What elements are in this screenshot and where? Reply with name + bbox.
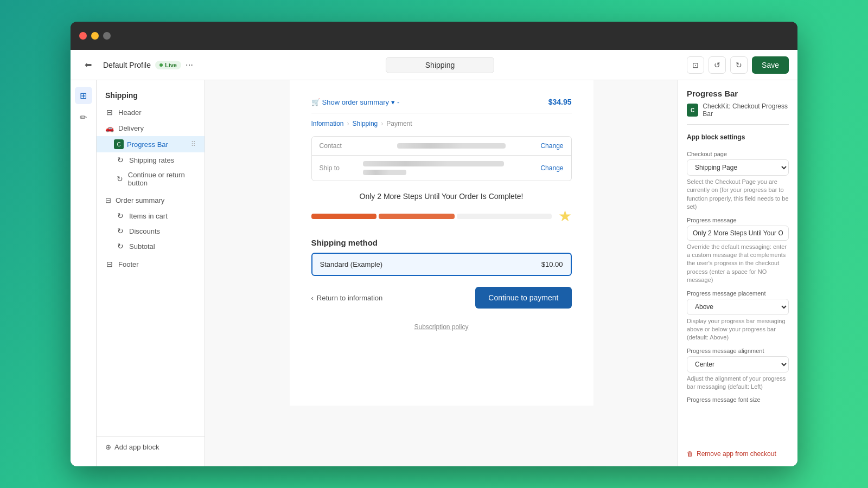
checkout-actions: ‹ Return to information Continue to paym… xyxy=(311,287,572,309)
return-link-text: Return to information xyxy=(317,294,382,302)
order-total: $34.95 xyxy=(548,98,572,106)
right-panel: Progress Bar C CheckKit: Checkout Progre… xyxy=(678,80,797,466)
ship-to-label: Ship to xyxy=(320,164,363,172)
live-dot-icon xyxy=(159,63,163,67)
nav-sub-item-progress-bar[interactable]: C Progress Bar ⠿ xyxy=(97,136,205,152)
message-alignment-select[interactable]: Center Left Right xyxy=(687,356,789,373)
subscription-policy-link[interactable]: Subscription policy xyxy=(414,323,468,331)
message-alignment-description: Adjust the alignment of your progress ba… xyxy=(687,375,789,391)
cart-icon: 🛒 xyxy=(311,98,320,106)
star-icon: ★ xyxy=(558,207,572,225)
progress-message-input[interactable] xyxy=(687,226,789,241)
remove-app-button[interactable]: 🗑 Remove app from checkout xyxy=(687,444,789,458)
footer-icon: ⊟ xyxy=(105,260,114,268)
order-summary-group-header[interactable]: ⊟ Order summary xyxy=(97,192,205,208)
return-to-information-link[interactable]: ‹ Return to information xyxy=(311,294,383,302)
progress-message-label: Progress message xyxy=(687,217,789,223)
redo-icon: ↻ xyxy=(736,61,742,69)
topbar-actions: ⊡ ↺ ↻ Save xyxy=(687,56,789,74)
contact-value-blurred xyxy=(397,143,506,149)
breadcrumb-sep-1: › xyxy=(347,120,349,127)
back-icon: ⬅ xyxy=(85,60,92,70)
nav-sub-label-items-cart: Items in cart xyxy=(129,212,168,220)
shipping-method-title: Shipping method xyxy=(311,238,572,247)
continue-to-payment-button[interactable]: Continue to payment xyxy=(475,287,571,309)
contact-label: Contact xyxy=(320,142,363,150)
progress-message: Only 2 More Steps Until Your Order Is Co… xyxy=(311,192,572,201)
sidebar-icon-layout[interactable]: ⊞ xyxy=(75,87,92,104)
show-order-summary-link[interactable]: 🛒 Show order summary ▾ - xyxy=(311,98,400,106)
nav-item-footer[interactable]: ⊟ Footer xyxy=(97,256,205,272)
topbar-center: Shipping xyxy=(200,57,680,73)
breadcrumb-information[interactable]: Information xyxy=(311,120,344,127)
breadcrumb-payment: Payment xyxy=(386,120,412,127)
discounts-icon: ↻ xyxy=(116,227,125,235)
add-app-section: ⊕ Add app block xyxy=(97,436,205,458)
nav-sub-item-continue-return[interactable]: ↻ Continue or return button xyxy=(97,168,205,190)
shipping-option-price: $10.00 xyxy=(541,260,563,268)
nav-sub-item-shipping-rates[interactable]: ↻ Shipping rates xyxy=(97,152,205,168)
ship-to-value-blurred-2 xyxy=(363,170,406,175)
page-title: Shipping xyxy=(386,57,494,73)
add-app-label: Add app block xyxy=(114,443,159,451)
progress-bar-app-icon: C xyxy=(114,139,124,149)
shipping-option-name: Standard (Example) xyxy=(320,260,383,268)
nav-sub-label-discounts: Discounts xyxy=(129,227,160,235)
items-cart-icon: ↻ xyxy=(116,211,125,220)
message-placement-description: Display your progress bar messaging abov… xyxy=(687,317,789,342)
checkout-preview: 🛒 Show order summary ▾ - $34.95 Informat… xyxy=(290,80,593,406)
more-options-icon[interactable]: ⋯ xyxy=(186,61,193,69)
progress-segment-empty xyxy=(457,214,552,219)
contact-row: Contact Change xyxy=(312,137,571,156)
profile-name: Default Profile xyxy=(103,61,151,69)
checkout-page-description: Select the Checkout Page you are current… xyxy=(687,178,789,211)
message-placement-select[interactable]: Above Below xyxy=(687,299,789,315)
close-button[interactable] xyxy=(79,32,87,40)
breadcrumb-shipping[interactable]: Shipping xyxy=(353,120,378,127)
back-button[interactable]: ⬅ xyxy=(79,56,97,74)
fullscreen-button[interactable] xyxy=(103,32,111,40)
add-app-block-button[interactable]: ⊕ Add app block xyxy=(105,443,196,451)
shipping-option-standard[interactable]: Standard (Example) $10.00 xyxy=(311,253,572,276)
add-icon: ⊕ xyxy=(105,443,111,451)
nav-group-delivery: 🚗 Delivery C Progress Bar ⠿ ↻ Shipping r… xyxy=(97,120,205,190)
right-panel-title: Progress Bar xyxy=(687,89,789,98)
nav-sub-item-subtotal[interactable]: ↻ Subtotal xyxy=(97,239,205,254)
nav-item-header[interactable]: ⊟ Header xyxy=(97,104,205,120)
contact-change-link[interactable]: Change xyxy=(540,142,563,150)
progress-segment-2 xyxy=(379,214,455,219)
ship-to-row: Ship to Change xyxy=(312,156,571,181)
live-label: Live xyxy=(165,62,177,68)
delivery-group-header[interactable]: 🚗 Delivery xyxy=(97,120,205,136)
nav-sub-label-progress-bar: Progress Bar xyxy=(127,140,168,149)
live-badge: Live xyxy=(155,61,181,69)
redo-button[interactable]: ↻ xyxy=(730,56,748,74)
undo-icon: ↺ xyxy=(714,61,720,69)
undo-button[interactable]: ↺ xyxy=(709,56,726,74)
app-name: CheckKit: Checkout Progress Bar xyxy=(703,102,789,118)
show-order-summary-text: Show order summary xyxy=(322,98,390,106)
checkout-page-label: Checkout page xyxy=(687,151,789,157)
save-button[interactable]: Save xyxy=(752,56,789,74)
delivery-label: Delivery xyxy=(118,124,144,132)
ship-to-change-link[interactable]: Change xyxy=(540,164,563,172)
profile-info: Default Profile Live ⋯ xyxy=(103,61,193,69)
ship-to-value-blurred-1 xyxy=(363,161,504,166)
subscription-policy-section: Subscription policy xyxy=(311,322,572,331)
nav-item-header-label: Header xyxy=(118,108,142,117)
sidebar-icon-style[interactable]: ✏ xyxy=(75,108,92,126)
shipping-method-section: Shipping method Standard (Example) $10.0… xyxy=(311,238,572,276)
settings-section-title: App block settings xyxy=(687,133,789,141)
progress-bar-container: ★ xyxy=(311,207,572,225)
minimize-button[interactable] xyxy=(91,32,99,40)
ship-to-value-container xyxy=(363,161,541,175)
progress-message-description: Override the default messaging: enter a … xyxy=(687,243,789,285)
checkout-page-select[interactable]: Shipping Page Information Page Payment P… xyxy=(687,159,789,176)
nav-sub-item-items-in-cart[interactable]: ↻ Items in cart xyxy=(97,208,205,223)
app-content: ⬅ Default Profile Live ⋯ Shipping ⊡ ↺ xyxy=(71,50,797,466)
center-preview: 🛒 Show order summary ▾ - $34.95 Informat… xyxy=(205,80,678,466)
sidebar-icons: ⊞ ✏ xyxy=(71,80,97,466)
preview-button[interactable]: ⊡ xyxy=(687,56,704,74)
order-summary-icon: ⊟ xyxy=(105,196,111,204)
nav-sub-item-discounts[interactable]: ↻ Discounts xyxy=(97,223,205,239)
